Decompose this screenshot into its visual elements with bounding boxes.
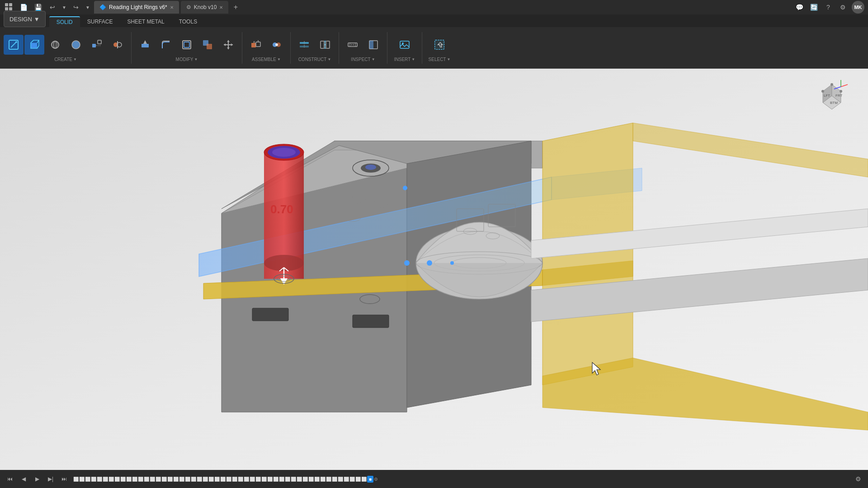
- tl-icon-17[interactable]: ⬜: [167, 477, 173, 482]
- create-label[interactable]: CREATE ▼: [54, 57, 77, 62]
- move-button[interactable]: [218, 35, 238, 55]
- tl-icon-12[interactable]: ⬜: [138, 477, 143, 482]
- construct-label[interactable]: CONSTRUCT ▼: [298, 57, 331, 62]
- chat-icon[interactable]: 💬: [794, 2, 805, 13]
- pattern-button[interactable]: [87, 35, 107, 55]
- step-forward-button[interactable]: ▶|: [44, 473, 57, 485]
- redo-button[interactable]: ↪: [71, 2, 81, 13]
- mirror-button[interactable]: [108, 35, 127, 55]
- tl-icon-36[interactable]: ⬜: [279, 477, 284, 482]
- tl-icon-46[interactable]: ⬜: [338, 477, 343, 482]
- skip-forward-button[interactable]: ⏭: [58, 473, 71, 485]
- tl-icon-20[interactable]: ⬜: [185, 477, 190, 482]
- fillet-button[interactable]: [156, 35, 176, 55]
- tl-icon-22[interactable]: ⬜: [197, 477, 202, 482]
- revolve-button[interactable]: [45, 35, 65, 55]
- tl-icon-10[interactable]: ⬜: [126, 477, 132, 482]
- tl-icon-37[interactable]: ⬜: [285, 477, 290, 482]
- tl-icon-49[interactable]: ⬜: [355, 477, 361, 482]
- inspect-label[interactable]: INSPECT ▼: [351, 57, 375, 62]
- tl-icon-13[interactable]: ⬜: [144, 477, 149, 482]
- tl-icon-43[interactable]: ⬜: [320, 477, 326, 482]
- insert-image-button[interactable]: [395, 35, 415, 55]
- insert-label[interactable]: INSERT ▼: [394, 57, 415, 62]
- redo-dropdown[interactable]: ▼: [85, 2, 90, 13]
- combine-button[interactable]: [198, 35, 217, 55]
- tl-icon-3[interactable]: ⬜: [85, 477, 90, 482]
- tl-icon-29[interactable]: ⬜: [238, 477, 243, 482]
- tl-icon-48[interactable]: ⬜: [349, 477, 355, 482]
- shell-button[interactable]: [177, 35, 197, 55]
- tab-sheet-metal[interactable]: SHEET METAL: [120, 16, 171, 27]
- offset-plane-button[interactable]: [294, 35, 314, 55]
- tl-icon-1[interactable]: ⬜: [73, 477, 79, 482]
- design-dropdown[interactable]: DESIGN ▼: [4, 11, 46, 27]
- select-label[interactable]: SELECT ▼: [429, 57, 451, 62]
- select-tool-button[interactable]: [429, 35, 449, 55]
- refresh-icon[interactable]: 🔄: [808, 2, 819, 13]
- sphere-button[interactable]: [66, 35, 86, 55]
- viewport[interactable]: 0.70: [0, 69, 868, 470]
- step-back-button[interactable]: ◀: [17, 473, 30, 485]
- tl-icon-40[interactable]: ⬜: [302, 477, 308, 482]
- tab-reading-light[interactable]: 🔷 Reading Light Rings v6* ✕: [94, 1, 179, 14]
- tl-icon-39[interactable]: ⬜: [297, 477, 302, 482]
- sketch-button[interactable]: [4, 35, 24, 55]
- new-component-button[interactable]: [246, 35, 266, 55]
- tl-icon-21[interactable]: ⬜: [191, 477, 196, 482]
- tab-tools[interactable]: TOOLS: [172, 16, 204, 27]
- tl-icon-5[interactable]: ⬜: [97, 477, 102, 482]
- tl-icon-6[interactable]: ⬜: [103, 477, 108, 482]
- tl-icon-4[interactable]: ⬜: [91, 477, 96, 482]
- user-avatar[interactable]: MK: [852, 1, 864, 14]
- tl-icon-28[interactable]: ⬜: [232, 477, 237, 482]
- assemble-label[interactable]: ASSEMBLE ▼: [252, 57, 281, 62]
- tl-icon-26[interactable]: ⬜: [220, 477, 226, 482]
- tl-icon-34[interactable]: ⬜: [267, 477, 273, 482]
- tl-icon-33[interactable]: ⬜: [261, 477, 267, 482]
- tl-icon-8[interactable]: ⬜: [114, 477, 120, 482]
- tl-icon-47[interactable]: ⬜: [344, 477, 349, 482]
- tl-icon-15[interactable]: ⬜: [156, 477, 161, 482]
- tl-icon-50[interactable]: ⬜: [361, 477, 367, 482]
- midplane-button[interactable]: [315, 35, 335, 55]
- tl-icon-end[interactable]: ⚙: [374, 477, 378, 482]
- tl-icon-31[interactable]: ⬜: [250, 477, 255, 482]
- measure-button[interactable]: [343, 35, 363, 55]
- tab-knob-close[interactable]: ✕: [219, 5, 223, 10]
- tl-icon-14[interactable]: ⬜: [150, 477, 155, 482]
- modify-label[interactable]: MODIFY ▼: [176, 57, 198, 62]
- skip-back-button[interactable]: ⏮: [4, 473, 16, 485]
- tl-icon-38[interactable]: ⬜: [291, 477, 296, 482]
- tab-close-button[interactable]: ✕: [170, 5, 174, 10]
- new-tab-button[interactable]: +: [230, 2, 241, 13]
- undo-button[interactable]: ↩: [47, 2, 58, 13]
- joint-button[interactable]: [267, 35, 287, 55]
- extrude-button[interactable]: [24, 35, 44, 55]
- tl-icon-2[interactable]: ⬜: [79, 477, 85, 482]
- view-cube[interactable]: BTM LFT FRT: [814, 78, 850, 114]
- tl-icon-42[interactable]: ⬜: [314, 477, 320, 482]
- tl-icon-16[interactable]: ⬜: [161, 477, 167, 482]
- play-button[interactable]: ▶: [31, 473, 43, 485]
- tab-solid[interactable]: SOLID: [49, 16, 80, 27]
- tl-icon-32[interactable]: ⬜: [255, 477, 261, 482]
- tl-icon-45[interactable]: ⬜: [332, 477, 337, 482]
- tl-icon-9[interactable]: ⬜: [120, 477, 126, 482]
- tl-icon-35[interactable]: ⬜: [273, 477, 278, 482]
- tl-icon-18[interactable]: ⬜: [173, 477, 179, 482]
- canvas-area[interactable]: 0.70: [0, 69, 868, 470]
- section-analysis-button[interactable]: [363, 35, 383, 55]
- tab-knob[interactable]: ⚙ Knob v10 ✕: [181, 1, 229, 14]
- settings-icon[interactable]: ⚙: [837, 2, 848, 13]
- tl-icon-44[interactable]: ⬜: [326, 477, 331, 482]
- tl-icon-30[interactable]: ⬜: [244, 477, 249, 482]
- tl-icon-11[interactable]: ⬜: [132, 477, 137, 482]
- press-pull-button[interactable]: [135, 35, 155, 55]
- tl-icon-41[interactable]: ⬜: [308, 477, 314, 482]
- help-icon[interactable]: ?: [823, 2, 834, 13]
- tl-icon-19[interactable]: ⬜: [179, 477, 184, 482]
- tl-icon-23[interactable]: ⬜: [203, 477, 208, 482]
- tl-icon-25[interactable]: ⬜: [214, 477, 220, 482]
- undo-dropdown[interactable]: ▼: [61, 2, 67, 13]
